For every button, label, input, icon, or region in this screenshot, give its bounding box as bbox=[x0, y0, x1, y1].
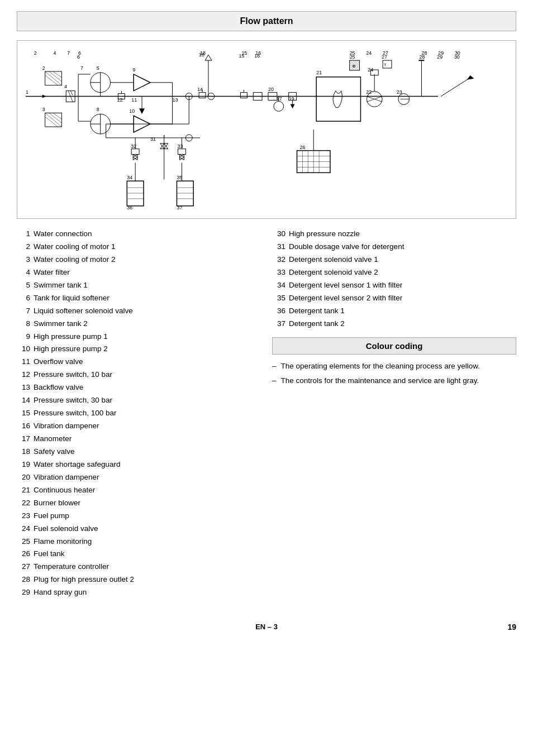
list-dash: – bbox=[272, 360, 277, 373]
colour-coding-text: The controls for the maintenance and ser… bbox=[281, 375, 479, 387]
item-label: Detergent tank 1 bbox=[289, 305, 345, 318]
item-number: 24 bbox=[17, 523, 30, 535]
item-number: 6 bbox=[17, 292, 30, 305]
colour-coding-text: The operating elements for the cleaning … bbox=[281, 360, 480, 373]
svg-text:6: 6 bbox=[77, 54, 80, 60]
item-label: Backflow valve bbox=[34, 381, 83, 394]
item-label: Liquid softener solenoid valve bbox=[34, 305, 133, 318]
item-number: 35 bbox=[272, 292, 285, 305]
item-number: 30 bbox=[272, 228, 285, 241]
svg-text:13: 13 bbox=[173, 97, 178, 103]
list-item: 18Safety valve bbox=[17, 446, 261, 458]
item-number: 20 bbox=[17, 471, 30, 484]
item-label: Vibration dampener bbox=[34, 420, 99, 433]
item-label: Fuel pump bbox=[34, 510, 69, 523]
item-number: 7 bbox=[17, 305, 30, 318]
svg-text:17: 17 bbox=[277, 96, 282, 102]
list-item: 11Overflow valve bbox=[17, 356, 261, 369]
list-item: 21Continuous heater bbox=[17, 484, 261, 497]
svg-text:36: 36 bbox=[127, 205, 132, 210]
footer-page-id: EN – 3 bbox=[255, 623, 278, 631]
flow-diagram: 2 4 7 6 18 15 16 25 24 27 28 29 30 1 2 3 bbox=[17, 40, 516, 219]
item-number: 31 bbox=[272, 241, 285, 253]
svg-text:32: 32 bbox=[131, 143, 136, 149]
list-item: 13Backflow valve bbox=[17, 381, 261, 394]
item-label: Pressure switch, 100 bar bbox=[34, 407, 117, 420]
svg-text:30: 30 bbox=[454, 54, 460, 60]
footer-page-number: 19 bbox=[507, 623, 516, 631]
item-label: Burner blower bbox=[34, 497, 80, 510]
list-item: 30High pressure nozzle bbox=[272, 228, 516, 241]
item-label: Detergent solenoid valve 1 bbox=[289, 253, 378, 266]
item-label: Hand spray gun bbox=[34, 586, 87, 599]
item-label: Swimmer tank 2 bbox=[34, 318, 88, 331]
svg-text:37: 37 bbox=[177, 205, 182, 210]
item-label: Fuel tank bbox=[34, 548, 65, 561]
item-label: Water cooling of motor 1 bbox=[34, 241, 116, 253]
svg-text:24: 24 bbox=[366, 50, 372, 56]
item-label: Water shortage safeguard bbox=[34, 458, 121, 471]
list-item: 6Tank for liquid softener bbox=[17, 292, 261, 305]
item-label: Detergent solenoid valve 2 bbox=[289, 266, 378, 279]
item-number: 16 bbox=[17, 420, 30, 433]
item-number: 28 bbox=[17, 573, 30, 586]
item-label: Pressure switch, 10 bar bbox=[34, 369, 112, 381]
list-item: 31Double dosage valve for detergent bbox=[272, 241, 516, 253]
list-item: 12Pressure switch, 10 bar bbox=[17, 369, 261, 381]
item-label: Detergent level sensor 1 with filter bbox=[289, 279, 402, 292]
svg-rect-0 bbox=[23, 46, 510, 212]
list-item: 22Burner blower bbox=[17, 497, 261, 510]
list-item: 27Temperature controller bbox=[17, 561, 261, 573]
item-label: Water connection bbox=[34, 228, 92, 241]
svg-text:3: 3 bbox=[42, 107, 45, 112]
list-item: 5Swimmer tank 1 bbox=[17, 279, 261, 292]
list-item: 2Water cooling of motor 1 bbox=[17, 241, 261, 253]
item-list-right: 30High pressure nozzle31Double dosage va… bbox=[272, 228, 516, 331]
item-number: 2 bbox=[17, 241, 30, 253]
item-label: Swimmer tank 1 bbox=[34, 279, 88, 292]
svg-text:7: 7 bbox=[67, 50, 70, 56]
svg-text:21: 21 bbox=[316, 70, 322, 75]
svg-text:8: 8 bbox=[97, 107, 99, 112]
item-number: 22 bbox=[17, 497, 30, 510]
list-item: 28Plug for high pressure outlet 2 bbox=[17, 573, 261, 586]
svg-text:1: 1 bbox=[26, 89, 28, 95]
svg-text:16: 16 bbox=[254, 53, 260, 59]
item-number: 12 bbox=[17, 369, 30, 381]
svg-text:25: 25 bbox=[350, 54, 355, 60]
svg-text:2: 2 bbox=[34, 50, 37, 56]
right-column: 30High pressure nozzle31Double dosage va… bbox=[272, 228, 516, 606]
svg-text:19: 19 bbox=[289, 96, 294, 102]
colour-coding-item: –The operating elements for the cleaning… bbox=[272, 360, 516, 373]
item-number: 29 bbox=[17, 586, 30, 599]
svg-text:20: 20 bbox=[268, 87, 274, 92]
svg-text:2: 2 bbox=[42, 65, 45, 71]
item-number: 9 bbox=[17, 331, 30, 343]
list-item: 16Vibration dampener bbox=[17, 420, 261, 433]
list-item: 8Swimmer tank 2 bbox=[17, 318, 261, 331]
item-number: 25 bbox=[17, 535, 30, 548]
item-label: Fuel solenoid valve bbox=[34, 523, 98, 535]
page-footer: EN – 3 19 bbox=[17, 623, 516, 631]
list-item: 4Water filter bbox=[17, 266, 261, 279]
item-number: 17 bbox=[17, 433, 30, 446]
item-label: Pressure switch, 30 bar bbox=[34, 394, 112, 407]
item-label: Flame monitoring bbox=[34, 535, 92, 548]
list-item: 29Hand spray gun bbox=[17, 586, 261, 599]
item-label: Tank for liquid softener bbox=[34, 292, 110, 305]
item-number: 23 bbox=[17, 510, 30, 523]
item-label: Double dosage valve for detergent bbox=[289, 241, 404, 253]
list-item: 34Detergent level sensor 1 with filter bbox=[272, 279, 516, 292]
item-number: 15 bbox=[17, 407, 30, 420]
list-item: 26Fuel tank bbox=[17, 548, 261, 561]
svg-text:9: 9 bbox=[132, 67, 135, 73]
list-item: 24Fuel solenoid valve bbox=[17, 523, 261, 535]
diagram-svg: 2 4 7 6 18 15 16 25 24 27 28 29 30 1 2 3 bbox=[23, 46, 510, 213]
item-number: 13 bbox=[17, 381, 30, 394]
colour-coding-item: –The controls for the maintenance and se… bbox=[272, 375, 516, 387]
svg-text:15: 15 bbox=[239, 53, 244, 59]
svg-text:18: 18 bbox=[199, 52, 204, 58]
item-label: Plug for high pressure outlet 2 bbox=[34, 573, 134, 586]
list-dash: – bbox=[272, 375, 277, 387]
svg-text:4: 4 bbox=[64, 84, 67, 89]
